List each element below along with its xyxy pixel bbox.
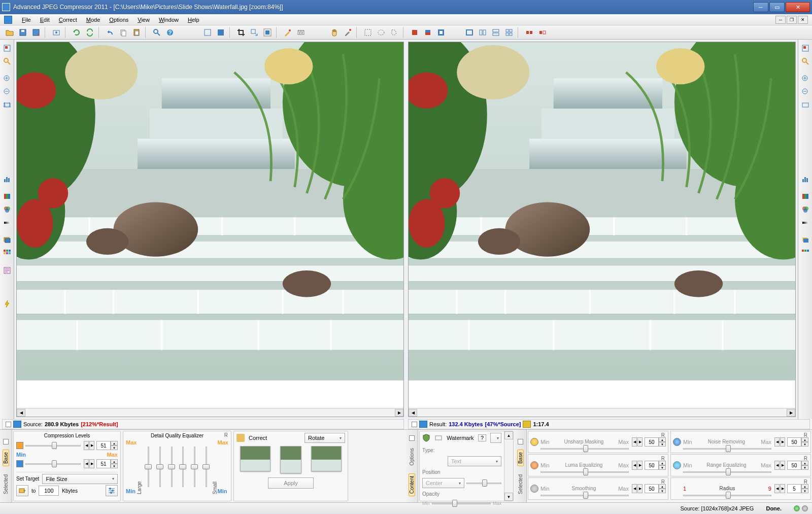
filter-reset[interactable]: R <box>661 456 665 461</box>
luma-slider[interactable] <box>25 442 81 449</box>
sb-zoom-out-icon[interactable] <box>800 86 811 97</box>
target-mode-dropdown[interactable]: File Size <box>42 474 118 484</box>
chroma-slider[interactable] <box>25 460 81 467</box>
radius-value[interactable] <box>787 484 801 493</box>
target-value-input[interactable] <box>39 486 59 496</box>
wm-help-button[interactable]: ? <box>478 434 486 441</box>
zoom-fit-button[interactable] <box>201 27 214 38</box>
menu-help[interactable]: Help <box>183 16 204 24</box>
target-go-button[interactable] <box>16 485 28 496</box>
rotate-thumb-2[interactable] <box>280 446 301 473</box>
filter-down[interactable]: ▼ <box>659 489 666 493</box>
mdi-close-button[interactable]: ✕ <box>798 16 808 24</box>
reload-all-button[interactable] <box>84 27 96 38</box>
wm-pos-dropdown[interactable]: Center <box>422 478 464 488</box>
filter-reset[interactable]: R <box>804 432 807 438</box>
sb-meta-icon[interactable] <box>2 265 13 276</box>
eq-slider-4[interactable] <box>179 441 186 492</box>
sb-zoom-in-icon[interactable] <box>800 73 811 84</box>
sb-zoom-100-icon[interactable]: 1:1 <box>2 99 13 111</box>
chroma-right-button[interactable]: ▶ <box>89 459 94 468</box>
filter-right[interactable]: ▶ <box>780 461 785 470</box>
eq-slider-1[interactable] <box>145 441 152 492</box>
zoom-actual-button[interactable] <box>215 27 227 38</box>
reload-button[interactable] <box>71 27 83 38</box>
tab-selected[interactable]: Selected <box>3 472 9 496</box>
copy-button[interactable] <box>117 27 129 38</box>
wm-menu-button[interactable] <box>490 433 501 443</box>
sb-rgb-icon[interactable] <box>2 204 13 215</box>
wm-type-dropdown[interactable]: Text <box>448 456 501 466</box>
wm-scrollbar[interactable]: ▲ ▼ <box>504 431 513 501</box>
sb-zoom-icon[interactable] <box>2 56 13 67</box>
scroll-right-button[interactable]: ▶ <box>395 409 403 417</box>
crop-button[interactable] <box>235 27 247 38</box>
resize-button[interactable] <box>248 27 260 38</box>
sb-channels-icon[interactable] <box>800 191 811 202</box>
sb-histogram-icon[interactable] <box>2 174 13 185</box>
horizontal-scrollbar[interactable]: ◀ ▶ <box>17 408 403 417</box>
filter-reset[interactable]: R <box>661 432 665 438</box>
filter-left[interactable]: ◀ <box>632 437 637 447</box>
sb-zoom-100-icon[interactable] <box>800 99 811 111</box>
luma-up[interactable]: ▲ <box>111 441 118 446</box>
filter-right[interactable]: ▶ <box>637 484 642 493</box>
open-button[interactable] <box>4 27 16 38</box>
filter-value[interactable] <box>645 484 659 493</box>
filter-left[interactable]: ◀ <box>774 461 780 470</box>
wm-tab-checkbox[interactable] <box>409 435 415 441</box>
filter-right[interactable]: ▶ <box>780 437 785 447</box>
tab-selected-filters[interactable]: Selected <box>518 472 523 496</box>
filter-up[interactable]: ▲ <box>659 461 666 465</box>
select-solid-button[interactable] <box>409 27 421 38</box>
view-vert-button[interactable] <box>490 27 502 38</box>
menu-window[interactable]: Window <box>154 16 183 24</box>
sync-scroll-button[interactable] <box>523 27 535 38</box>
filter-down[interactable]: ▼ <box>659 442 666 447</box>
wm-scroll-down[interactable]: ▼ <box>504 493 513 501</box>
source-view[interactable]: ◀ ▶ <box>16 42 404 417</box>
scroll-left-button[interactable]: ◀ <box>409 409 417 417</box>
filter-toggle-icon[interactable] <box>673 438 681 446</box>
sb-luma-icon[interactable] <box>2 217 13 228</box>
filter-right[interactable]: ▶ <box>637 461 642 470</box>
filter-toggle-icon[interactable] <box>530 485 538 493</box>
left-tab-checkbox[interactable] <box>3 439 9 444</box>
tab-base-filters[interactable]: Base <box>517 450 524 466</box>
select-inverse-button[interactable] <box>435 27 447 38</box>
correct-tool-button[interactable] <box>282 27 294 38</box>
luma-down[interactable]: ▼ <box>111 446 118 450</box>
sb-zoom-icon[interactable] <box>800 56 811 67</box>
hand-tool-button[interactable] <box>328 27 341 38</box>
filter-up[interactable]: ▲ <box>659 437 666 442</box>
eq-slider-2[interactable] <box>156 441 163 492</box>
select-half-button[interactable] <box>422 27 434 38</box>
wm-scroll-up[interactable]: ▲ <box>504 431 513 439</box>
minimize-button[interactable]: ─ <box>753 2 768 12</box>
select-rect-button[interactable] <box>362 27 374 38</box>
filter-reset[interactable]: R <box>804 456 807 461</box>
paste-button[interactable] <box>130 27 143 38</box>
eq-slider-3[interactable] <box>168 441 175 492</box>
filter-value[interactable] <box>787 461 801 470</box>
chroma-value[interactable] <box>96 459 111 468</box>
view-quad-button[interactable] <box>503 27 515 38</box>
filter-down[interactable]: ▼ <box>659 465 666 470</box>
difference-button[interactable] <box>536 27 549 38</box>
horizontal-scrollbar[interactable]: ◀ ▶ <box>409 408 795 417</box>
sb-histogram-icon[interactable] <box>800 174 811 185</box>
source-checkbox[interactable] <box>6 422 11 427</box>
radius-up[interactable]: ▲ <box>801 484 808 489</box>
filter-left[interactable]: ◀ <box>774 437 780 447</box>
filter-down[interactable]: ▼ <box>801 465 808 470</box>
luma-right-button[interactable]: ▶ <box>89 441 94 450</box>
result-view[interactable]: ◀ ▶ <box>408 42 796 417</box>
result-checkbox[interactable] <box>412 422 417 427</box>
chroma-down[interactable]: ▼ <box>111 464 118 468</box>
mdi-restore-button[interactable]: ❐ <box>787 16 797 24</box>
filter-toggle-icon[interactable] <box>530 461 538 469</box>
mdi-minimize-button[interactable]: ─ <box>775 16 786 24</box>
filter-down[interactable]: ▼ <box>801 442 808 447</box>
filter-value[interactable] <box>645 461 659 470</box>
luma-value[interactable] <box>96 441 111 450</box>
